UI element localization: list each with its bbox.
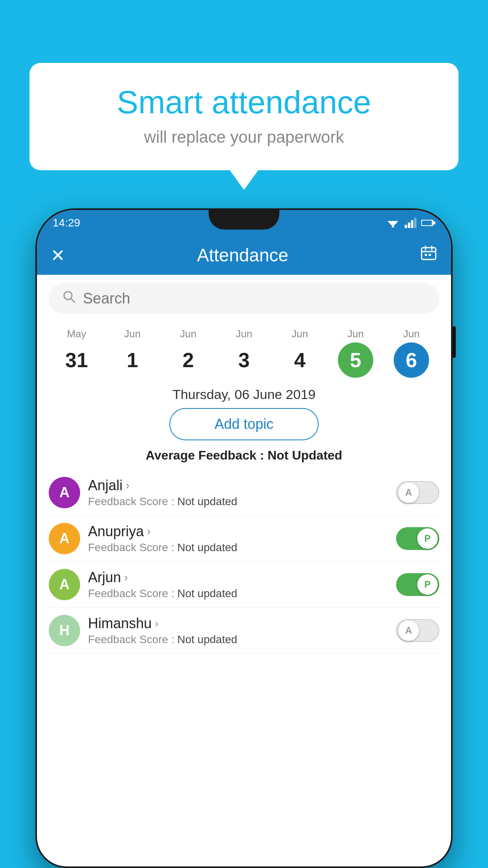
cal-month-label: Jun (383, 328, 439, 340)
attendance-toggle[interactable]: A (396, 619, 439, 642)
toggle-knob: A (398, 620, 419, 641)
svg-rect-8 (433, 221, 435, 224)
avatar: A (49, 477, 80, 508)
toggle-knob: A (398, 482, 419, 503)
student-info: Anupriya ›Feedback Score : Not updated (88, 523, 388, 554)
feedback-value: Not updated (177, 541, 237, 554)
list-item[interactable]: AAnjali ›Feedback Score : Not updatedA (45, 470, 443, 516)
search-icon (62, 290, 76, 307)
list-item[interactable]: HHimanshu ›Feedback Score : Not updatedA (45, 608, 443, 654)
toggle-knob: P (417, 528, 438, 549)
feedback-value: Not updated (177, 633, 237, 645)
close-button[interactable]: ✕ (51, 245, 65, 265)
calendar-icon (420, 245, 437, 262)
app-bar-title: Attendance (197, 245, 288, 266)
calendar-day[interactable]: May31 (49, 328, 105, 378)
avg-feedback-prefix: Average Feedback : (146, 448, 268, 462)
student-list: AAnjali ›Feedback Score : Not updatedAAA… (37, 470, 451, 654)
cal-month-label: Jun (216, 328, 272, 340)
cal-date-label: 4 (282, 342, 317, 378)
speech-bubble: Smart attendance will replace your paper… (29, 63, 459, 170)
search-bar[interactable] (49, 283, 439, 314)
cal-date-label: 5 (338, 342, 373, 378)
list-item[interactable]: AAnupriya ›Feedback Score : Not updatedP (45, 516, 443, 562)
svg-line-17 (71, 299, 75, 302)
phone-screen: 14:29 (37, 210, 451, 866)
status-time: 14:29 (53, 217, 80, 229)
selected-date-label: Thursday, 06 June 2019 (37, 387, 451, 402)
svg-rect-10 (422, 248, 436, 259)
svg-rect-9 (422, 221, 432, 225)
student-info: Arjun ›Feedback Score : Not updated (88, 569, 388, 600)
cal-month-label: Jun (160, 328, 216, 340)
student-name: Anjali › (88, 477, 388, 494)
student-name: Arjun › (88, 569, 388, 586)
calendar-day[interactable]: Jun6 (383, 328, 439, 378)
chevron-right-icon: › (147, 525, 150, 538)
cal-date-label: 3 (226, 342, 262, 378)
toggle-knob: P (417, 574, 438, 595)
student-name: Himanshu › (88, 615, 388, 632)
calendar-day[interactable]: Jun1 (105, 328, 160, 378)
cal-month-label: Jun (328, 328, 383, 340)
cal-month-label: Jun (272, 328, 328, 340)
svg-rect-4 (408, 223, 410, 228)
status-bar: 14:29 (37, 210, 451, 235)
chevron-right-icon: › (124, 571, 128, 584)
feedback-value: Not updated (177, 495, 237, 508)
svg-rect-3 (405, 225, 407, 228)
search-input[interactable] (83, 290, 426, 307)
phone-frame: 14:29 (35, 208, 453, 868)
bubble-title: Smart attendance (53, 85, 435, 120)
avatar: H (49, 615, 80, 646)
status-icons (386, 218, 435, 228)
avatar: A (49, 569, 80, 600)
avg-feedback-value: Not Updated (268, 448, 342, 462)
student-info: Anjali ›Feedback Score : Not updated (88, 477, 388, 508)
wifi-icon (386, 218, 400, 228)
add-topic-button[interactable]: Add topic (169, 408, 319, 440)
svg-rect-14 (425, 254, 427, 256)
svg-point-2 (392, 225, 394, 228)
calendar-day[interactable]: Jun2 (160, 328, 216, 378)
svg-rect-5 (411, 220, 413, 228)
signal-icon (405, 218, 416, 228)
attendance-toggle[interactable]: P (396, 527, 439, 550)
student-feedback: Feedback Score : Not updated (88, 587, 388, 600)
calendar-day[interactable]: Jun4 (272, 328, 328, 378)
bubble-subtitle: will replace your paperwork (53, 128, 435, 147)
avg-feedback: Average Feedback : Not Updated (37, 448, 451, 463)
svg-rect-6 (414, 218, 416, 228)
chevron-right-icon: › (155, 617, 158, 630)
cal-date-label: 31 (59, 342, 94, 378)
student-name: Anupriya › (88, 523, 388, 540)
list-item[interactable]: AArjun ›Feedback Score : Not updatedP (45, 562, 443, 608)
cal-month-label: May (49, 328, 105, 340)
cal-date-label: 6 (394, 342, 429, 378)
attendance-toggle[interactable]: A (396, 481, 439, 504)
student-feedback: Feedback Score : Not updated (88, 633, 388, 646)
calendar-strip: May31Jun1Jun2Jun3Jun4Jun5Jun6 (37, 322, 451, 380)
cal-month-label: Jun (105, 328, 160, 340)
cal-date-label: 1 (115, 342, 150, 378)
cal-date-label: 2 (171, 342, 206, 378)
feedback-value: Not updated (177, 587, 237, 600)
calendar-button[interactable] (420, 245, 437, 266)
student-info: Himanshu ›Feedback Score : Not updated (88, 615, 388, 646)
app-bar: ✕ Attendance (37, 235, 451, 275)
student-feedback: Feedback Score : Not updated (88, 541, 388, 554)
svg-rect-15 (429, 254, 431, 256)
calendar-day[interactable]: Jun5 (328, 328, 383, 378)
student-feedback: Feedback Score : Not updated (88, 495, 388, 508)
chevron-right-icon: › (126, 479, 129, 492)
avatar: A (49, 523, 80, 554)
volume-button (453, 326, 456, 358)
battery-icon (421, 219, 435, 227)
attendance-toggle[interactable]: P (396, 573, 439, 596)
calendar-day[interactable]: Jun3 (216, 328, 272, 378)
